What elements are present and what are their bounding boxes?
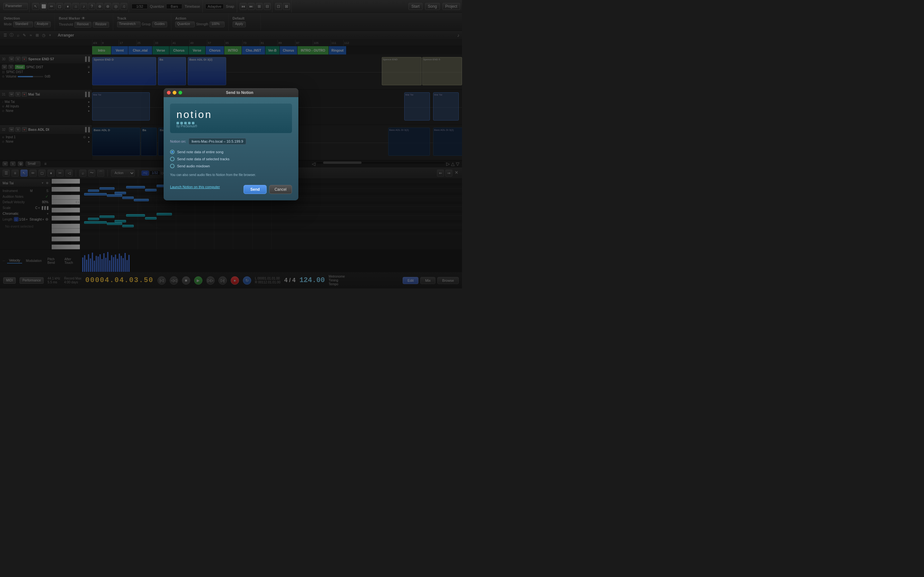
nd5 bbox=[192, 122, 194, 124]
radio-label-3: Send audio mixdown bbox=[177, 164, 210, 168]
notion-on-label: Notion on: bbox=[170, 139, 186, 143]
notion-logo-dots bbox=[176, 122, 212, 124]
dialog-close-dot[interactable] bbox=[167, 91, 171, 95]
notion-info-text: You can also send audio files to Notion … bbox=[170, 173, 292, 177]
nd3 bbox=[184, 122, 187, 124]
dialog-footer: Launch Notion on this computer Send Canc… bbox=[170, 180, 292, 194]
radio-circle-1 bbox=[170, 150, 174, 154]
notion-logo-block: notion by PreSonus® bbox=[176, 109, 212, 128]
notion-on-row: Notion on: livers-Mac-Pro.local – 10.5.1… bbox=[170, 138, 292, 145]
send-btn[interactable]: Send bbox=[244, 185, 266, 194]
notion-by-text: by PreSonus® bbox=[176, 124, 212, 128]
notion-server-dropdown[interactable]: livers-Mac-Pro.local – 10.5.199.9 bbox=[189, 138, 246, 145]
nd4 bbox=[188, 122, 191, 124]
notion-logo-text: notion bbox=[176, 109, 212, 121]
dialog-titlebar: Send to Notion bbox=[164, 88, 298, 97]
notion-logo-area: notion by PreSonus® bbox=[170, 103, 292, 133]
radio-entire-song[interactable]: Send note data of entire song bbox=[170, 150, 292, 154]
dialog-overlay: Send to Notion notion by PreSonus® bbox=[0, 0, 462, 288]
notion-dialog: Send to Notion notion by PreSonus® bbox=[164, 88, 298, 200]
radio-circle-2 bbox=[170, 157, 174, 161]
nd2 bbox=[180, 122, 183, 124]
dialog-maximize-dot[interactable] bbox=[178, 91, 182, 95]
dialog-minimize-dot[interactable] bbox=[173, 91, 176, 95]
nd1 bbox=[176, 122, 179, 124]
radio-selected-tracks[interactable]: Send note data of selected tracks bbox=[170, 157, 292, 161]
dialog-title: Send to Notion bbox=[184, 90, 295, 95]
radio-audio-mixdown[interactable]: Send audio mixdown bbox=[170, 164, 292, 168]
dialog-body: notion by PreSonus® Notion on: livers-Ma… bbox=[164, 97, 298, 200]
radio-label-2: Send note data of selected tracks bbox=[177, 157, 229, 161]
cancel-btn[interactable]: Cancel bbox=[269, 185, 292, 194]
radio-circle-3 bbox=[170, 164, 174, 168]
radio-label-1: Send note data of entire song bbox=[177, 150, 223, 154]
dialog-btns: Send Cancel bbox=[244, 185, 292, 194]
notion-launch-link[interactable]: Launch Notion on this computer bbox=[170, 185, 220, 189]
